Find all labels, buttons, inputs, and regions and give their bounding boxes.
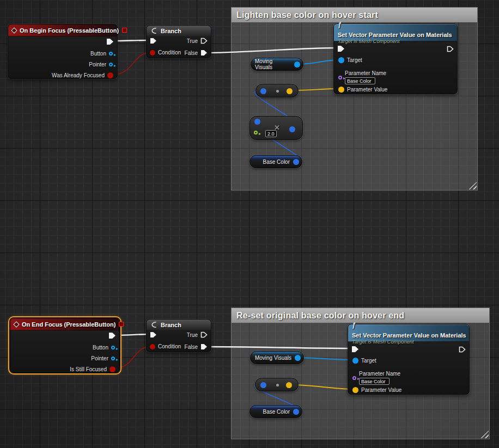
multiply-b-float-pin[interactable]	[254, 131, 258, 134]
pin-label: Parameter Value	[347, 87, 387, 93]
button-object-pin[interactable]	[111, 346, 115, 349]
parameter-name-pin[interactable]	[338, 76, 342, 79]
parameter-value-vector-pin[interactable]	[338, 87, 344, 93]
pin-label: Condition	[158, 50, 181, 56]
variable-label: Base Color	[263, 159, 290, 165]
convert-icon	[276, 384, 279, 386]
node-subtitle: Target is Mesh Component	[352, 339, 466, 345]
node-multiply-top[interactable]: ✕	[249, 116, 303, 140]
node-on-begin-focus[interactable]: On Begin Focus (PressableButton) Button …	[8, 24, 118, 79]
multiply-operator-icon: ✕	[274, 124, 280, 132]
pin-label: Was Already Focused	[52, 72, 105, 78]
target-object-pin[interactable]	[338, 57, 344, 63]
node-branch-top[interactable]: Branch Condition True False	[146, 25, 211, 58]
pin-label: True	[187, 332, 198, 338]
node-base-color-bottom[interactable]: Base Color	[249, 405, 302, 418]
node-title: On End Focus (PressableButton)	[22, 321, 115, 328]
pin-label: Parameter Name	[359, 371, 400, 377]
false-exec-pin[interactable]	[200, 50, 208, 56]
pin-label: Button	[90, 51, 106, 57]
node-set-vector-parameter-top[interactable]: ƒ Set Vector Parameter Value on Material…	[333, 23, 458, 94]
event-stop-icon	[119, 322, 124, 327]
convert-output-pin[interactable]	[287, 88, 293, 94]
branch-icon	[150, 27, 157, 34]
was-already-focused-bool-pin[interactable]	[107, 72, 113, 78]
true-exec-pin[interactable]	[200, 38, 208, 44]
wire-exec-false1-setvec1	[208, 48, 338, 53]
convert-output-pin[interactable]	[286, 382, 292, 388]
wire-object-movingvisuals2-target2	[296, 358, 352, 360]
node-convert-color-to-vector-top[interactable]	[255, 84, 299, 97]
node-branch-bottom[interactable]: Branch Condition True False	[146, 319, 211, 352]
base-color-output-pin[interactable]	[293, 159, 299, 165]
parameter-name-input[interactable]	[359, 378, 390, 385]
exec-out-pin[interactable]	[459, 346, 466, 353]
button-object-pin[interactable]	[109, 52, 113, 56]
variable-label: Moving Visuals	[255, 355, 291, 361]
false-exec-pin[interactable]	[200, 343, 208, 350]
parameter-name-input[interactable]	[345, 77, 375, 84]
true-exec-pin[interactable]	[200, 332, 208, 338]
node-title: Branch	[161, 28, 181, 34]
moving-visuals-output-pin[interactable]	[295, 355, 301, 361]
pin-label: Target	[361, 358, 376, 364]
parameter-value-vector-pin[interactable]	[352, 387, 358, 393]
node-title: Branch	[161, 322, 181, 328]
function-icon: ƒ	[338, 20, 342, 28]
node-moving-visuals-bottom[interactable]: Moving Visuals	[250, 351, 304, 364]
pin-label: Parameter Name	[345, 70, 386, 76]
convert-input-pin[interactable]	[260, 382, 266, 388]
node-title: Set Vector Parameter Value on Materials	[338, 32, 452, 39]
node-set-vector-parameter-bottom[interactable]: ƒ Set Vector Parameter Value on Material…	[348, 324, 470, 395]
parameter-name-pin[interactable]	[352, 376, 356, 380]
pin-label: False	[185, 344, 198, 350]
pin-label: Parameter Value	[361, 387, 401, 393]
exec-out-pin[interactable]	[106, 38, 114, 45]
wire-bool-event1-condition1	[113, 53, 149, 75]
event-icon	[13, 321, 19, 327]
variable-label: Base Color	[263, 409, 290, 415]
moving-visuals-output-pin[interactable]	[294, 62, 300, 67]
exec-in-pin[interactable]	[150, 332, 157, 338]
pointer-object-pin[interactable]	[109, 63, 113, 66]
branch-icon	[150, 321, 157, 328]
condition-bool-pin[interactable]	[150, 344, 155, 349]
is-still-focused-bool-pin[interactable]	[109, 366, 115, 372]
base-color-output-pin[interactable]	[293, 409, 299, 415]
blueprint-graph-canvas[interactable]: Lighten base color on hover start Re-set…	[0, 0, 499, 448]
node-moving-visuals-top[interactable]: Moving Visuals	[251, 58, 303, 71]
pin-label: True	[187, 38, 198, 44]
pin-label: Is Still Focused	[70, 366, 107, 372]
function-icon: ƒ	[352, 321, 356, 329]
multiply-a-pin[interactable]	[254, 119, 260, 125]
node-title: On Begin Focus (PressableButton)	[20, 27, 119, 34]
node-base-color-top[interactable]: Base Color	[249, 155, 302, 168]
exec-out-pin[interactable]	[447, 46, 454, 52]
pin-label: Target	[347, 57, 362, 63]
pointer-object-pin[interactable]	[111, 357, 115, 360]
variable-label: Moving Visuals	[255, 58, 291, 70]
exec-in-pin[interactable]	[150, 38, 157, 44]
exec-out-pin[interactable]	[108, 332, 116, 339]
pin-label: Pointer	[91, 355, 108, 361]
node-on-end-focus[interactable]: On End Focus (PressableButton) Button Po…	[10, 318, 120, 373]
node-subtitle: Target is Mesh Component	[338, 39, 452, 45]
node-convert-color-to-vector-bottom[interactable]	[255, 378, 299, 391]
event-icon	[11, 27, 17, 33]
wire-vector-conv2-paramvalue2	[291, 385, 352, 389]
pin-label: Condition	[158, 343, 181, 349]
convert-input-pin[interactable]	[260, 88, 266, 94]
multiply-output-pin[interactable]	[289, 126, 295, 132]
wire-exec-false2-setvec2	[208, 347, 351, 348]
exec-in-pin[interactable]	[337, 45, 345, 52]
pin-label: Button	[93, 345, 108, 351]
node-title: Set Vector Parameter Value on Materials	[352, 332, 466, 339]
event-stop-icon	[122, 28, 127, 33]
pin-label: False	[185, 50, 198, 56]
exec-in-pin[interactable]	[351, 346, 359, 353]
target-object-pin[interactable]	[352, 358, 358, 364]
condition-bool-pin[interactable]	[150, 50, 155, 56]
pin-label: Pointer	[89, 62, 106, 67]
convert-icon	[276, 90, 279, 93]
